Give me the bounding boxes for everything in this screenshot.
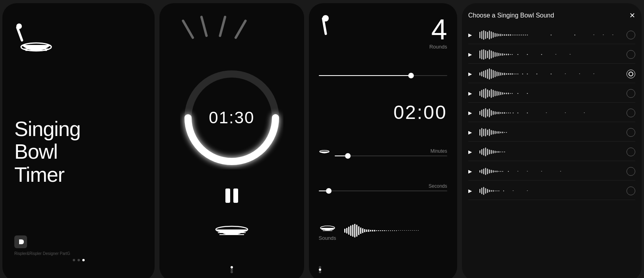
dot-3 (82, 259, 85, 261)
play-button-5[interactable]: ▶ (468, 110, 475, 116)
svg-rect-142 (479, 91, 480, 96)
panel-timer-active: 01:30 (159, 3, 304, 278)
svg-rect-126 (502, 73, 503, 75)
svg-rect-68 (495, 33, 495, 37)
svg-rect-137 (536, 74, 537, 74)
minutes-slider-thumb[interactable] (345, 153, 351, 159)
sounds-waveform[interactable] (344, 221, 447, 242)
svg-rect-134 (517, 74, 518, 74)
svg-rect-78 (514, 35, 514, 35)
rounds-slider-thumb[interactable] (408, 73, 414, 78)
svg-rect-108 (512, 54, 512, 55)
svg-rect-63 (485, 31, 486, 39)
svg-rect-226 (502, 171, 503, 172)
svg-point-1 (16, 23, 22, 29)
minutes-slider-track[interactable] (335, 156, 447, 156)
radio-8[interactable] (627, 167, 635, 176)
play-button-3[interactable]: ▶ (468, 71, 475, 77)
svg-rect-155 (504, 93, 505, 94)
svg-rect-146 (487, 89, 488, 97)
svg-rect-102 (500, 53, 501, 56)
svg-rect-189 (487, 130, 488, 135)
play-button-9[interactable]: ▶ (468, 188, 475, 194)
svg-rect-83 (523, 35, 524, 35)
svg-rect-71 (500, 34, 501, 36)
radio-5[interactable] (627, 109, 635, 117)
svg-rect-75 (508, 34, 508, 36)
time-section: 02:00 (319, 101, 447, 123)
svg-rect-47 (394, 230, 395, 231)
svg-rect-190 (489, 129, 490, 136)
svg-rect-42 (384, 230, 385, 231)
play-button-8[interactable]: ▶ (468, 169, 475, 174)
svg-rect-123 (497, 72, 497, 76)
svg-rect-66 (491, 31, 491, 39)
radio-6[interactable] (627, 128, 635, 137)
dot-1 (73, 259, 75, 261)
panel-app-title: Singing Bowl Timer Rispler&Rispler Desig… (2, 3, 155, 278)
svg-rect-98 (493, 51, 493, 58)
bowl-icon-minutes (319, 148, 330, 157)
svg-rect-187 (483, 129, 484, 136)
svg-rect-172 (499, 112, 499, 114)
pause-button[interactable] (225, 189, 238, 203)
svg-rect-158 (510, 93, 510, 94)
svg-rect-234 (483, 187, 484, 195)
play-button-2[interactable]: ▶ (468, 52, 475, 57)
seconds-slider-thumb[interactable] (326, 188, 332, 194)
sounds-icon-area: Sounds (319, 222, 336, 241)
svg-rect-166 (487, 109, 488, 117)
svg-rect-69 (497, 33, 497, 37)
svg-rect-81 (519, 35, 520, 35)
radio-4[interactable] (627, 89, 635, 98)
pause-bar-left (225, 189, 230, 203)
svg-rect-131 (512, 73, 512, 75)
svg-rect-223 (497, 171, 497, 172)
svg-rect-55 (410, 230, 411, 231)
rounds-label: Rounds (429, 44, 447, 50)
brand-logo (14, 235, 27, 248)
svg-rect-52 (404, 230, 405, 231)
play-button-7[interactable]: ▶ (468, 149, 475, 155)
radio-9[interactable] (627, 187, 635, 195)
svg-rect-121 (493, 70, 493, 78)
svg-rect-85 (527, 35, 528, 35)
svg-rect-240 (495, 191, 495, 191)
svg-rect-193 (495, 131, 495, 134)
svg-rect-72 (502, 34, 503, 36)
play-button-6[interactable]: ▶ (468, 130, 475, 135)
svg-rect-201 (481, 149, 482, 155)
play-button-1[interactable]: ▶ (468, 32, 475, 38)
svg-rect-94 (485, 50, 486, 59)
radio-1[interactable] (627, 31, 635, 39)
seconds-slider-track[interactable] (319, 191, 447, 191)
radio-7[interactable] (627, 148, 635, 156)
svg-rect-197 (502, 132, 503, 133)
time-display: 02:00 (319, 101, 447, 123)
svg-rect-205 (489, 150, 490, 154)
radio-3[interactable] (627, 70, 635, 78)
svg-rect-169 (493, 111, 493, 115)
svg-rect-89 (603, 35, 603, 35)
close-button[interactable]: ✕ (629, 11, 635, 20)
svg-rect-67 (493, 32, 493, 38)
svg-rect-229 (527, 171, 528, 171)
svg-rect-154 (502, 92, 503, 95)
play-button-4[interactable]: ▶ (468, 91, 475, 96)
svg-rect-174 (502, 112, 503, 114)
svg-rect-173 (500, 112, 501, 114)
svg-rect-106 (508, 54, 508, 55)
svg-rect-49 (398, 230, 399, 231)
bowl-icon-panel2 (214, 222, 250, 243)
rounds-section: 4 Rounds (429, 15, 447, 50)
svg-rect-6 (17, 239, 19, 244)
radio-2[interactable] (627, 50, 635, 59)
svg-rect-36 (372, 230, 373, 231)
svg-rect-116 (483, 71, 484, 77)
rounds-slider-track[interactable] (319, 75, 447, 76)
svg-rect-170 (495, 111, 495, 115)
minutes-label: Minutes (335, 148, 447, 154)
sound-item-3: ▶ (468, 65, 635, 83)
svg-rect-179 (512, 113, 513, 113)
svg-rect-167 (489, 109, 490, 117)
